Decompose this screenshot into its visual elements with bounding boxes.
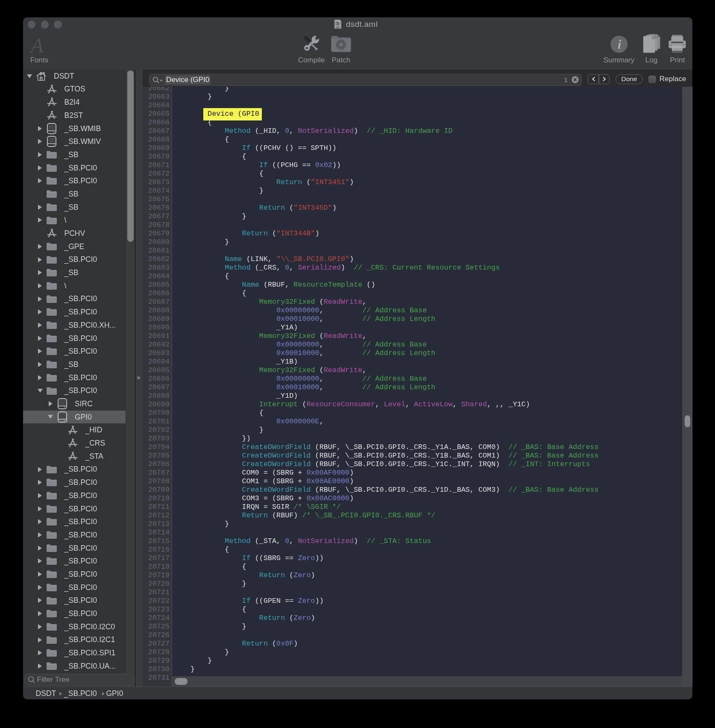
svg-text:AML: AML xyxy=(336,26,340,29)
svg-text:i: i xyxy=(618,37,621,51)
